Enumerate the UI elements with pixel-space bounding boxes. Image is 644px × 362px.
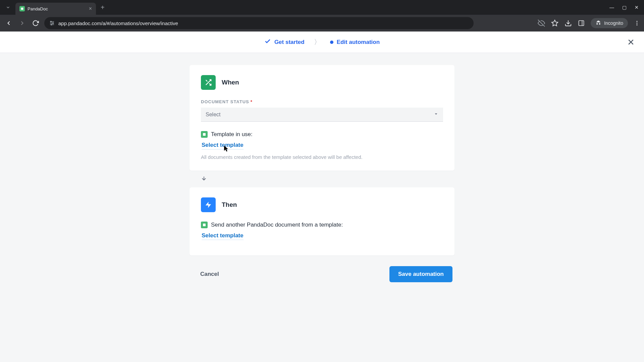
pandadoc-favicon (19, 6, 25, 11)
select-template-link-then[interactable]: Select template (202, 232, 244, 240)
window-controls: — ▢ ✕ (609, 5, 641, 10)
browser-toolbar: app.pandadoc.com/a/#/automations/overvie… (0, 15, 644, 32)
document-status-label: DOCUMENT STATUS* (201, 99, 443, 104)
step-separator-icon: 〉 (314, 38, 321, 47)
arrow-down-icon (201, 175, 207, 181)
close-window-icon[interactable]: ✕ (635, 5, 639, 10)
back-button[interactable] (4, 18, 13, 28)
step-active-dot-icon (330, 41, 333, 44)
save-automation-button[interactable]: Save automation (389, 266, 452, 282)
svg-point-13 (637, 23, 638, 24)
pandadoc-badge-icon (201, 222, 208, 228)
then-title: Then (222, 201, 237, 208)
svg-marker-21 (206, 202, 211, 208)
svg-point-5 (53, 23, 54, 24)
when-title: When (222, 79, 239, 86)
incognito-badge[interactable]: Incognito (591, 18, 628, 28)
new-tab-button[interactable]: + (101, 4, 105, 11)
pandadoc-badge-icon (201, 131, 208, 138)
template-hint: All documents created from the template … (201, 154, 443, 160)
close-wizard-button[interactable]: ✕ (627, 37, 635, 47)
tab-search-dropdown[interactable] (3, 2, 13, 13)
svg-line-17 (206, 80, 208, 82)
browser-tab[interactable]: PandaDoc × (15, 3, 96, 15)
svg-marker-8 (552, 20, 558, 26)
step-label: Edit automation (337, 39, 380, 46)
browser-tab-strip: PandaDoc × + — ▢ ✕ (0, 0, 644, 15)
then-card: Then Send another PandaDoc document from… (190, 187, 454, 255)
url-text: app.pandadoc.com/a/#/automations/overvie… (58, 20, 178, 26)
reload-button[interactable] (31, 18, 40, 28)
check-icon (264, 38, 271, 46)
when-card: When DOCUMENT STATUS* Select Template in… (190, 65, 454, 171)
svg-rect-19 (203, 133, 206, 136)
side-panel-icon[interactable] (578, 20, 585, 26)
wizard-actions: Cancel Save automation (190, 266, 454, 282)
minimize-icon[interactable]: — (609, 5, 614, 10)
svg-rect-22 (203, 224, 206, 226)
cancel-button[interactable]: Cancel (192, 266, 228, 282)
incognito-label: Incognito (604, 20, 623, 26)
svg-marker-18 (435, 113, 437, 115)
svg-point-12 (637, 21, 638, 22)
then-lightning-icon (201, 197, 216, 212)
tab-close-icon[interactable]: × (89, 6, 92, 12)
browser-menu-icon[interactable] (634, 20, 640, 26)
svg-rect-10 (579, 21, 584, 26)
svg-point-4 (51, 21, 52, 22)
address-bar[interactable]: app.pandadoc.com/a/#/automations/overvie… (44, 17, 474, 29)
tab-title: PandaDoc (28, 6, 86, 11)
document-status-select[interactable]: Select (201, 108, 443, 122)
chevron-down-icon (434, 112, 438, 118)
step-edit-automation[interactable]: Edit automation (330, 39, 380, 46)
svg-rect-0 (21, 8, 23, 10)
select-placeholder: Select (206, 112, 220, 118)
svg-point-14 (637, 24, 638, 25)
site-settings-icon[interactable] (49, 20, 55, 26)
then-action-label: Send another PandaDoc document from a te… (211, 222, 343, 228)
eye-off-icon[interactable] (538, 19, 545, 27)
template-in-use-label: Template in use: (211, 131, 253, 138)
forward-button[interactable] (17, 18, 27, 28)
wizard-header: Get started 〉 Edit automation ✕ (0, 32, 644, 53)
step-label: Get started (274, 39, 305, 46)
select-template-link-when[interactable]: Select template (202, 142, 244, 149)
wizard-body: When DOCUMENT STATUS* Select Template in… (0, 53, 644, 362)
svg-point-6 (51, 24, 52, 25)
bookmark-star-icon[interactable] (551, 19, 558, 27)
step-get-started[interactable]: Get started (264, 38, 305, 46)
when-shuffle-icon (201, 75, 216, 90)
flow-arrow (190, 171, 454, 187)
downloads-icon[interactable] (565, 19, 572, 27)
maximize-icon[interactable]: ▢ (622, 5, 627, 10)
page-content: Get started 〉 Edit automation ✕ When DOC… (0, 32, 644, 362)
